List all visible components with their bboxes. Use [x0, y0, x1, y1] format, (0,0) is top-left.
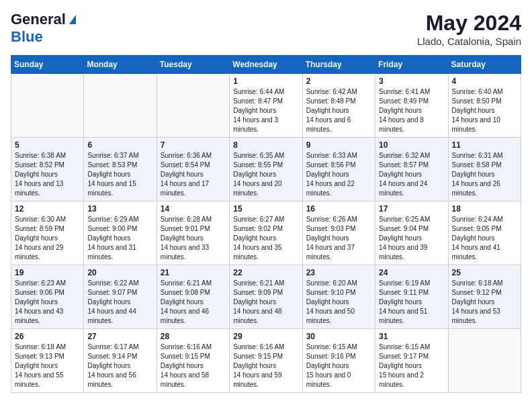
calendar-cell: 12Sunrise: 6:30 AMSunset: 8:59 PMDayligh…: [11, 201, 84, 265]
calendar-table: SundayMondayTuesdayWednesdayThursdayFrid…: [11, 55, 521, 393]
day-number: 16: [306, 204, 371, 214]
day-number: 9: [306, 140, 371, 150]
cell-text: Sunrise: 6:44 AMSunset: 8:47 PMDaylight …: [233, 87, 298, 134]
cell-text: Sunrise: 6:21 AMSunset: 9:09 PMDaylight …: [233, 279, 298, 326]
day-number: 30: [306, 332, 371, 341]
cell-text: Sunrise: 6:15 AMSunset: 9:17 PMDaylight …: [379, 342, 444, 390]
calendar-cell: 1Sunrise: 6:44 AMSunset: 8:47 PMDaylight…: [230, 74, 302, 138]
calendar-cell: 5Sunrise: 6:38 AMSunset: 8:52 PMDaylight…: [11, 138, 84, 201]
logo-blue-text: Blue: [11, 28, 43, 46]
cell-text: Sunrise: 6:15 AMSunset: 9:16 PMDaylight …: [306, 342, 371, 390]
day-number: 22: [233, 268, 298, 277]
day-header-sunday: Sunday: [11, 56, 84, 74]
cell-text: Sunrise: 6:42 AMSunset: 8:48 PMDaylight …: [306, 87, 371, 134]
day-number: 31: [379, 332, 444, 341]
cell-text: Sunrise: 6:38 AMSunset: 8:52 PMDaylight …: [15, 151, 80, 198]
day-number: 4: [452, 77, 517, 86]
day-number: 11: [452, 140, 517, 150]
cell-text: Sunrise: 6:41 AMSunset: 8:49 PMDaylight …: [379, 87, 444, 134]
day-number: 5: [15, 140, 80, 150]
calendar-cell: 17Sunrise: 6:25 AMSunset: 9:04 PMDayligh…: [375, 201, 448, 265]
logo-triangle-icon: [69, 15, 76, 24]
calendar-cell: 18Sunrise: 6:24 AMSunset: 9:05 PMDayligh…: [448, 201, 521, 265]
calendar-cell: 26Sunrise: 6:18 AMSunset: 9:13 PMDayligh…: [11, 329, 84, 393]
day-number: 7: [161, 140, 226, 150]
day-number: 6: [87, 140, 152, 150]
day-header-monday: Monday: [84, 56, 157, 74]
day-number: 27: [87, 332, 152, 341]
day-number: 28: [161, 332, 226, 341]
cell-text: Sunrise: 6:20 AMSunset: 9:10 PMDaylight …: [306, 279, 371, 326]
day-number: 24: [379, 268, 444, 277]
header-row: SundayMondayTuesdayWednesdayThursdayFrid…: [11, 56, 521, 74]
cell-text: Sunrise: 6:28 AMSunset: 9:01 PMDaylight …: [161, 215, 226, 262]
day-header-tuesday: Tuesday: [157, 56, 229, 74]
calendar-cell: 31Sunrise: 6:15 AMSunset: 9:17 PMDayligh…: [375, 329, 448, 393]
cell-text: Sunrise: 6:29 AMSunset: 9:00 PMDaylight …: [87, 215, 152, 262]
page-header: General Blue May 2024 Llado, Catalonia, …: [11, 11, 521, 47]
calendar-cell: 9Sunrise: 6:33 AMSunset: 8:56 PMDaylight…: [302, 138, 375, 201]
calendar-cell: 4Sunrise: 6:40 AMSunset: 8:50 PMDaylight…: [448, 74, 521, 138]
calendar-cell: 19Sunrise: 6:23 AMSunset: 9:06 PMDayligh…: [11, 265, 84, 329]
calendar-cell: 23Sunrise: 6:20 AMSunset: 9:10 PMDayligh…: [302, 265, 375, 329]
cell-text: Sunrise: 6:32 AMSunset: 8:57 PMDaylight …: [379, 151, 444, 198]
cell-text: Sunrise: 6:18 AMSunset: 9:12 PMDaylight …: [452, 279, 517, 326]
calendar-cell: 3Sunrise: 6:41 AMSunset: 8:49 PMDaylight…: [375, 74, 448, 138]
day-number: 23: [306, 268, 371, 277]
calendar-cell: 22Sunrise: 6:21 AMSunset: 9:09 PMDayligh…: [230, 265, 302, 329]
day-header-thursday: Thursday: [302, 56, 375, 74]
calendar-cell: 25Sunrise: 6:18 AMSunset: 9:12 PMDayligh…: [448, 265, 521, 329]
cell-text: Sunrise: 6:16 AMSunset: 9:15 PMDaylight …: [161, 342, 226, 390]
calendar-cell: 8Sunrise: 6:35 AMSunset: 8:55 PMDaylight…: [230, 138, 302, 201]
day-number: 21: [161, 268, 226, 277]
calendar-cell: 7Sunrise: 6:36 AMSunset: 8:54 PMDaylight…: [157, 138, 229, 201]
day-number: 19: [15, 268, 80, 277]
calendar-cell: [157, 74, 229, 138]
logo-general-text: General: [11, 11, 66, 28]
calendar-cell: 24Sunrise: 6:19 AMSunset: 9:11 PMDayligh…: [375, 265, 448, 329]
cell-text: Sunrise: 6:24 AMSunset: 9:05 PMDaylight …: [452, 215, 517, 262]
day-number: 2: [306, 77, 371, 86]
day-number: 14: [161, 204, 226, 214]
day-header-wednesday: Wednesday: [230, 56, 302, 74]
cell-text: Sunrise: 6:16 AMSunset: 9:15 PMDaylight …: [233, 342, 298, 390]
day-number: 18: [452, 204, 517, 214]
cell-text: Sunrise: 6:33 AMSunset: 8:56 PMDaylight …: [306, 151, 371, 198]
calendar-cell: 11Sunrise: 6:31 AMSunset: 8:58 PMDayligh…: [448, 138, 521, 201]
calendar-cell: [84, 74, 157, 138]
week-row-4: 19Sunrise: 6:23 AMSunset: 9:06 PMDayligh…: [11, 265, 521, 329]
cell-text: Sunrise: 6:23 AMSunset: 9:06 PMDaylight …: [15, 279, 80, 326]
cell-text: Sunrise: 6:31 AMSunset: 8:58 PMDaylight …: [452, 151, 517, 198]
day-number: 1: [233, 77, 298, 86]
day-number: 15: [233, 204, 298, 214]
cell-text: Sunrise: 6:19 AMSunset: 9:11 PMDaylight …: [379, 279, 444, 326]
location: Llado, Catalonia, Spain: [417, 36, 521, 47]
day-number: 25: [452, 268, 517, 277]
week-row-3: 12Sunrise: 6:30 AMSunset: 8:59 PMDayligh…: [11, 201, 521, 265]
day-number: 17: [379, 204, 444, 214]
day-number: 29: [233, 332, 298, 341]
calendar-cell: 14Sunrise: 6:28 AMSunset: 9:01 PMDayligh…: [157, 201, 229, 265]
calendar-cell: 29Sunrise: 6:16 AMSunset: 9:15 PMDayligh…: [230, 329, 302, 393]
calendar-cell: 21Sunrise: 6:21 AMSunset: 9:08 PMDayligh…: [157, 265, 229, 329]
cell-text: Sunrise: 6:30 AMSunset: 8:59 PMDaylight …: [15, 215, 80, 262]
month-info: May 2024 Llado, Catalonia, Spain: [417, 11, 521, 47]
calendar-cell: 16Sunrise: 6:26 AMSunset: 9:03 PMDayligh…: [302, 201, 375, 265]
cell-text: Sunrise: 6:27 AMSunset: 9:02 PMDaylight …: [233, 215, 298, 262]
cell-text: Sunrise: 6:40 AMSunset: 8:50 PMDaylight …: [452, 87, 517, 134]
cell-text: Sunrise: 6:25 AMSunset: 9:04 PMDaylight …: [379, 215, 444, 262]
cell-text: Sunrise: 6:21 AMSunset: 9:08 PMDaylight …: [161, 279, 226, 326]
day-header-friday: Friday: [375, 56, 448, 74]
week-row-5: 26Sunrise: 6:18 AMSunset: 9:13 PMDayligh…: [11, 329, 521, 393]
calendar-cell: 6Sunrise: 6:37 AMSunset: 8:53 PMDaylight…: [84, 138, 157, 201]
cell-text: Sunrise: 6:36 AMSunset: 8:54 PMDaylight …: [161, 151, 226, 198]
day-number: 8: [233, 140, 298, 150]
calendar-cell: [448, 329, 521, 393]
day-number: 10: [379, 140, 444, 150]
day-number: 20: [87, 268, 152, 277]
cell-text: Sunrise: 6:22 AMSunset: 9:07 PMDaylight …: [87, 279, 152, 326]
day-header-saturday: Saturday: [448, 56, 521, 74]
cell-text: Sunrise: 6:17 AMSunset: 9:14 PMDaylight …: [87, 342, 152, 390]
calendar-cell: 10Sunrise: 6:32 AMSunset: 8:57 PMDayligh…: [375, 138, 448, 201]
logo: General Blue: [11, 11, 76, 46]
